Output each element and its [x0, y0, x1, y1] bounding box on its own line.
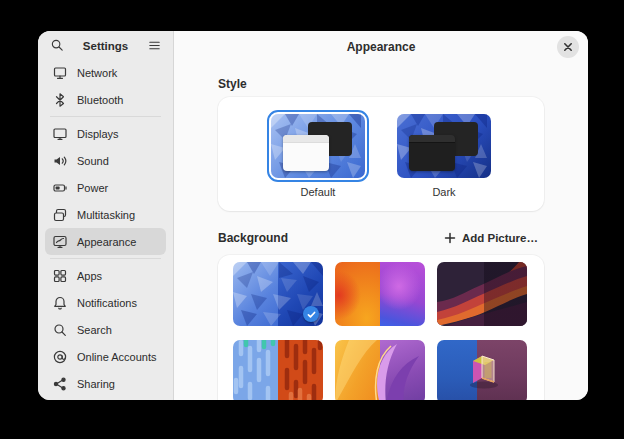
sidebar-item-label: Displays	[77, 128, 119, 140]
search-icon	[52, 322, 68, 338]
multitasking-icon	[52, 207, 68, 223]
sidebar-item-displays[interactable]: Displays	[45, 120, 166, 147]
sidebar-divider	[50, 258, 161, 259]
background-header-row: Background Add Picture…	[218, 228, 544, 248]
add-picture-label: Add Picture…	[462, 232, 538, 244]
close-icon	[560, 39, 576, 55]
settings-window: Settings Network Bluetooth	[38, 31, 588, 400]
sidebar-item-label: Online Accounts	[77, 351, 157, 363]
style-section-label: Style	[218, 77, 544, 91]
style-option-default[interactable]: Default	[267, 110, 369, 198]
preview-window-front	[283, 135, 329, 171]
background-section-label: Background	[218, 231, 288, 245]
wallpaper-thumbnail-blue-orange-drips[interactable]	[233, 340, 323, 400]
sidebar-item-label: Sound	[77, 155, 109, 167]
sidebar-item-label: Appearance	[77, 236, 136, 248]
sidebar-item-label: Sharing	[77, 378, 115, 390]
wallpaper-thumbnail-orange-purple-gradient[interactable]	[335, 262, 425, 326]
sidebar-title: Settings	[65, 40, 146, 52]
network-icon	[52, 65, 68, 81]
unselected-ring	[393, 110, 495, 182]
bluetooth-icon	[52, 92, 68, 108]
style-option-label: Default	[301, 186, 336, 198]
background-card	[218, 255, 544, 400]
sidebar-item-sound[interactable]: Sound	[45, 147, 166, 174]
preview-window-front	[409, 135, 455, 171]
style-option-dark[interactable]: Dark	[393, 110, 495, 198]
style-option-label: Dark	[432, 186, 455, 198]
default-style-preview	[271, 114, 365, 178]
appearance-content: Style Default	[174, 63, 588, 400]
sidebar-item-label: Network	[77, 67, 117, 79]
main-menu-icon[interactable]	[146, 38, 162, 54]
sidebar-item-label: Notifications	[77, 297, 137, 309]
sidebar-item-notifications[interactable]: Notifications	[45, 289, 166, 316]
at-sign-icon	[52, 349, 68, 365]
wallpaper-thumbnail-glass-cube[interactable]	[437, 340, 527, 400]
add-picture-button[interactable]: Add Picture…	[438, 229, 544, 247]
sidebar-item-bluetooth[interactable]: Bluetooth	[45, 86, 166, 113]
sidebar-item-apps[interactable]: Apps	[45, 262, 166, 289]
sidebar-item-label: Search	[77, 324, 112, 336]
headerbar: Appearance	[174, 31, 588, 63]
sidebar-item-multitasking[interactable]: Multitasking	[45, 201, 166, 228]
selected-check-badge	[303, 306, 319, 322]
check-icon	[306, 309, 317, 320]
sidebar-item-label: Apps	[77, 270, 102, 282]
sidebar-item-online-accounts[interactable]: Online Accounts	[45, 343, 166, 370]
apps-icon	[52, 268, 68, 284]
sidebar-headerbar: Settings	[38, 31, 173, 56]
wallpaper-thumbnail-dark-red-waves[interactable]	[437, 262, 527, 326]
bell-icon	[52, 295, 68, 311]
wallpaper-thumbnail-blue-triangles[interactable]	[233, 262, 323, 326]
sidebar-item-label: Power	[77, 182, 108, 194]
sidebar-item-network[interactable]: Network	[45, 59, 166, 86]
sidebar-item-search[interactable]: Search	[45, 316, 166, 343]
style-card: Default Dark	[218, 97, 544, 211]
power-icon	[52, 180, 68, 196]
sidebar-item-power[interactable]: Power	[45, 174, 166, 201]
sound-icon	[52, 153, 68, 169]
close-button[interactable]	[557, 36, 579, 58]
selected-ring	[267, 110, 369, 182]
sidebar-nav: Network Bluetooth Displays Sound	[38, 56, 173, 400]
sidebar-item-sharing[interactable]: Sharing	[45, 370, 166, 397]
wallpaper-thumbnail-orange-purple-petals[interactable]	[335, 340, 425, 400]
dark-style-preview	[397, 114, 491, 178]
main-panel: Appearance Style	[174, 31, 588, 400]
search-icon[interactable]	[49, 38, 65, 54]
sidebar-item-appearance[interactable]: Appearance	[45, 228, 166, 255]
sidebar-item-label: Bluetooth	[77, 94, 123, 106]
share-icon	[52, 376, 68, 392]
page-title: Appearance	[347, 40, 416, 54]
appearance-icon	[52, 234, 68, 250]
sidebar-item-label: Multitasking	[77, 209, 135, 221]
sidebar-divider	[50, 116, 161, 117]
displays-icon	[52, 126, 68, 142]
plus-icon	[444, 232, 456, 244]
sidebar: Settings Network Bluetooth	[38, 31, 174, 400]
